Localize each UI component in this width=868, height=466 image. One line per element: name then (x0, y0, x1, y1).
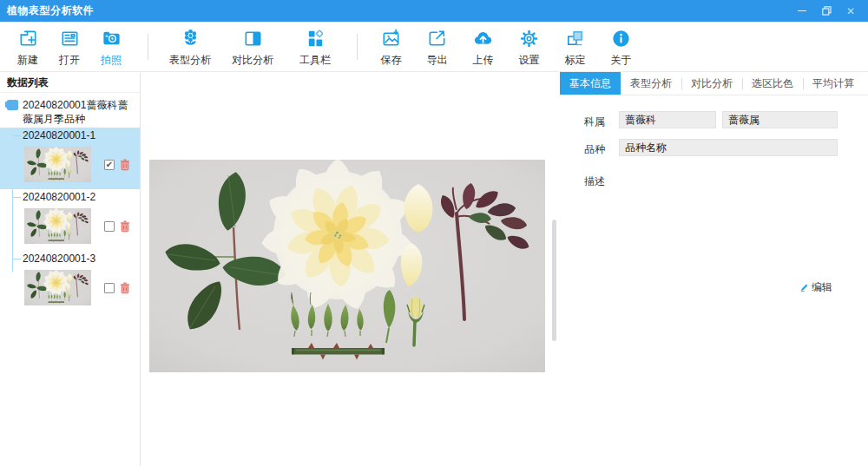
item-checkbox[interactable] (104, 221, 115, 232)
edit-pencil-icon (799, 283, 809, 292)
new-file-icon (17, 28, 39, 49)
about-button[interactable]: 关于 (598, 26, 644, 68)
flower-analysis-icon (180, 28, 201, 49)
tool-label: 设置 (519, 53, 540, 68)
trash-icon[interactable] (120, 282, 130, 294)
dataset-icon (7, 100, 18, 110)
thumbnail[interactable] (24, 207, 91, 246)
compare-analysis-button[interactable]: 对比分析 (221, 26, 284, 68)
sidebar-data-list: 数据列表 20240820001蔷薇科蔷薇属月季品种 20240820001-1 (0, 73, 141, 466)
main-scrollbar[interactable] (552, 220, 556, 341)
tool-label: 表型分析 (169, 53, 211, 68)
upload-button[interactable]: 上传 (460, 26, 506, 68)
tree-root-item[interactable]: 20240820001蔷薇科蔷薇属月季品种 (0, 95, 140, 128)
edit-button[interactable]: 编辑 (799, 280, 832, 295)
calibration-icon (564, 28, 586, 49)
open-file-icon (59, 28, 81, 49)
window-controls: ✕ (797, 6, 861, 16)
tree-item-2: 20240820001-2 (0, 189, 140, 251)
tool-label: 打开 (59, 53, 80, 68)
right-panel: 基本信息 表型分析 对比分析 选区比色 平均计算 科属 品种 描述 编辑 (560, 72, 868, 466)
toolbar-group-analysis: 表型分析 对比分析 工具栏 (159, 26, 346, 68)
toolbox-blocks-icon (305, 28, 326, 49)
genus-field[interactable] (722, 111, 838, 128)
main-viewport (141, 73, 560, 466)
variety-label: 品种 (584, 142, 605, 157)
description-label: 描述 (584, 174, 605, 189)
thumbnail[interactable] (24, 268, 91, 307)
tree-item-label[interactable]: 20240820001-3 (0, 251, 140, 266)
tree-root-label: 20240820001蔷薇科蔷薇属月季品种 (23, 98, 135, 126)
tab-phenotype-analysis[interactable]: 表型分析 (621, 72, 681, 95)
toolbar-separator (148, 34, 148, 60)
upload-cloud-icon (472, 28, 494, 49)
family-field[interactable] (619, 111, 716, 128)
tab-region-colorimetry[interactable]: 选区比色 (742, 72, 803, 95)
family-genus-label: 科属 (584, 115, 605, 129)
tab-average-calc[interactable]: 平均计算 (803, 72, 864, 95)
basic-info-form: 科属 品种 描述 编辑 (560, 95, 868, 466)
tool-label: 导出 (427, 53, 448, 68)
toolbar-group-io: 保存 导出 上传 (368, 26, 644, 68)
variety-field[interactable] (619, 139, 838, 156)
minimize-icon (798, 10, 806, 12)
tool-label: 工具栏 (299, 53, 331, 68)
tool-label: 对比分析 (232, 53, 273, 68)
app-window: 植物表型分析软件 ✕ 新建 (0, 0, 868, 466)
app-title: 植物表型分析软件 (7, 3, 94, 18)
tree-item-3: 20240820001-3 (0, 251, 140, 312)
toolbar: 新建 打开 拍照 (0, 22, 868, 72)
tool-label: 新建 (17, 53, 38, 68)
settings-gear-icon (518, 28, 540, 49)
open-button[interactable]: 打开 (49, 26, 90, 68)
phenotype-analysis-button[interactable]: 表型分析 (159, 26, 221, 68)
tree-item-1: 20240820001-1 (0, 128, 140, 189)
right-panel-tabs: 基本信息 表型分析 对比分析 选区比色 平均计算 (560, 72, 868, 95)
thumbnail[interactable] (24, 145, 91, 184)
toolbar-separator (357, 34, 358, 60)
specimen-photo[interactable] (149, 160, 545, 372)
sidebar-header: 数据列表 (0, 73, 140, 93)
tab-compare-analysis[interactable]: 对比分析 (681, 72, 742, 95)
about-info-icon (610, 28, 632, 49)
export-arrow-icon (426, 28, 448, 49)
tab-basic-info[interactable]: 基本信息 (560, 72, 621, 95)
export-button[interactable]: 导出 (414, 26, 460, 68)
tool-label: 标定 (565, 53, 586, 68)
new-button[interactable]: 新建 (7, 26, 49, 68)
close-button[interactable]: ✕ (845, 6, 856, 16)
data-tree: 20240820001蔷薇科蔷薇属月季品种 20240820001-1 (0, 93, 140, 312)
restore-icon (822, 6, 832, 16)
calibration-button[interactable]: 标定 (552, 26, 598, 68)
tree-item-label[interactable]: 20240820001-2 (0, 189, 140, 205)
tool-label: 关于 (611, 53, 632, 68)
settings-button[interactable]: 设置 (506, 26, 552, 68)
tool-label: 保存 (381, 53, 402, 68)
item-checkbox[interactable] (104, 160, 115, 170)
tool-label: 上传 (473, 53, 494, 68)
camera-icon (101, 28, 122, 49)
restore-button[interactable] (821, 6, 832, 16)
titlebar: 植物表型分析软件 ✕ (0, 0, 868, 22)
item-checkbox[interactable] (104, 283, 115, 293)
trash-icon[interactable] (120, 220, 130, 233)
toolbox-button[interactable]: 工具栏 (284, 26, 346, 68)
toolbar-group-file: 新建 打开 拍照 (7, 26, 132, 68)
trash-icon[interactable] (120, 159, 130, 171)
save-button[interactable]: 保存 (368, 26, 414, 68)
minimize-button[interactable] (797, 6, 807, 16)
tree-item-label[interactable]: 20240820001-1 (0, 128, 140, 143)
tool-label: 拍照 (101, 53, 122, 68)
save-image-icon (380, 28, 402, 49)
edit-label: 编辑 (812, 280, 832, 295)
capture-button[interactable]: 拍照 (90, 26, 132, 68)
compare-book-icon (242, 28, 264, 49)
close-icon: ✕ (846, 5, 855, 17)
